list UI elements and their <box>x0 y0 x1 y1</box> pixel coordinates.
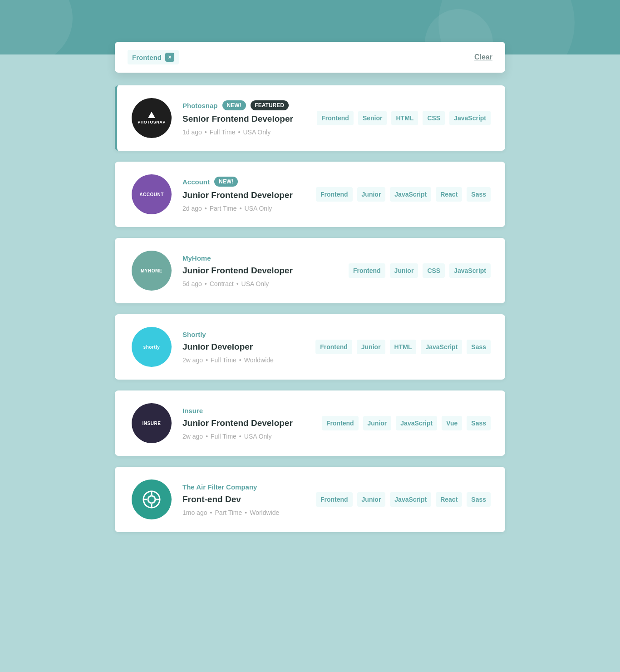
job-location: Worldwide <box>250 509 279 516</box>
job-title[interactable]: Junior Frontend Developer <box>182 266 338 276</box>
job-title[interactable]: Junior Developer <box>182 342 305 352</box>
job-tag[interactable]: HTML <box>390 340 417 354</box>
search-tags: Frontend × <box>128 50 179 64</box>
job-meta: 5d ago • Contract • USA Only <box>182 280 338 287</box>
company-name: Insure <box>182 407 203 415</box>
job-tag[interactable]: Frontend <box>349 263 385 278</box>
search-tag-frontend: Frontend × <box>128 50 179 64</box>
company-header: Account NEW! <box>182 177 305 187</box>
job-card: shortly Shortly Junior Developer 2w ago … <box>115 314 505 380</box>
job-time: 2w ago <box>182 433 203 440</box>
job-meta: 2w ago • Full Time • USA Only <box>182 433 311 440</box>
job-time: 1mo ago <box>182 509 207 516</box>
job-tag[interactable]: JavaScript <box>390 187 431 202</box>
company-header: Photosnap NEW!FEATURED <box>182 100 306 110</box>
job-time: 5d ago <box>182 280 202 287</box>
job-type: Full Time <box>211 356 236 364</box>
company-header: The Air Filter Company <box>182 483 305 491</box>
meta-dot-2: • <box>245 509 247 516</box>
company-name: Photosnap <box>182 102 218 109</box>
company-logo: INSURE <box>132 403 172 443</box>
job-time: 1d ago <box>182 128 202 136</box>
company-logo: shortly <box>132 327 172 367</box>
job-tag[interactable]: HTML <box>391 111 418 125</box>
job-tags: FrontendJuniorCSSJavaScript <box>349 263 491 278</box>
badge-new: NEW! <box>222 100 246 110</box>
job-tag[interactable]: Junior <box>363 416 392 430</box>
bg-decoration-1 <box>0 0 73 54</box>
meta-dot-1: • <box>205 205 207 212</box>
job-tag[interactable]: CSS <box>423 263 445 278</box>
job-meta: 1d ago • Full Time • USA Only <box>182 128 306 136</box>
clear-button[interactable]: Clear <box>474 53 492 61</box>
job-tag[interactable]: JavaScript <box>449 111 491 125</box>
job-tag[interactable]: Junior <box>357 340 385 354</box>
meta-dot-1: • <box>205 280 207 287</box>
search-bar: Frontend × Clear <box>115 42 505 73</box>
search-tag-label: Frontend <box>132 54 162 61</box>
job-card: ACCOUNT Account NEW! Junior Frontend Dev… <box>115 162 505 227</box>
search-bar-container: Frontend × Clear <box>115 42 505 73</box>
job-info: Shortly Junior Developer 2w ago • Full T… <box>182 331 305 364</box>
company-header: Insure <box>182 407 311 415</box>
company-logo: MYHOME <box>132 251 172 291</box>
job-tag[interactable]: Frontend <box>316 492 353 507</box>
badge-new: NEW! <box>214 177 238 187</box>
job-tag[interactable]: Sass <box>467 416 491 430</box>
job-tags: FrontendJuniorJavaScriptReactSass <box>316 187 491 202</box>
job-card: MYHOME MyHome Junior Frontend Developer … <box>115 238 505 303</box>
job-location: Worldwide <box>244 356 274 364</box>
job-location: USA Only <box>243 128 271 136</box>
job-tag[interactable]: JavaScript <box>449 263 491 278</box>
job-tag[interactable]: Vue <box>442 416 462 430</box>
job-title[interactable]: Junior Frontend Developer <box>182 418 311 428</box>
job-card: INSURE Insure Junior Frontend Developer … <box>115 390 505 456</box>
job-tags: FrontendJuniorJavaScriptReactSass <box>316 492 491 507</box>
meta-dot-2: • <box>240 205 242 212</box>
job-tag[interactable]: Frontend <box>322 416 359 430</box>
job-tag[interactable]: Frontend <box>316 187 353 202</box>
job-title[interactable]: Senior Frontend Developer <box>182 114 306 124</box>
job-title[interactable]: Junior Frontend Developer <box>182 190 305 200</box>
job-tag[interactable]: Frontend <box>315 340 352 354</box>
company-name: MyHome <box>182 254 211 262</box>
company-logo <box>132 479 172 519</box>
job-card: The Air Filter Company Front-end Dev 1mo… <box>115 467 505 532</box>
job-tag[interactable]: React <box>436 492 462 507</box>
job-tag[interactable]: Frontend <box>317 111 354 125</box>
meta-dot-1: • <box>206 356 208 364</box>
job-tag[interactable]: Junior <box>357 492 386 507</box>
job-info: Account NEW! Junior Frontend Developer 2… <box>182 177 305 212</box>
job-tag[interactable]: Sass <box>467 492 491 507</box>
job-title[interactable]: Front-end Dev <box>182 494 305 504</box>
company-name: The Air Filter Company <box>182 483 257 491</box>
job-type: Contract <box>210 280 234 287</box>
meta-dot-1: • <box>210 509 212 516</box>
job-info: MyHome Junior Frontend Developer 5d ago … <box>182 254 338 287</box>
job-tag[interactable]: Junior <box>390 263 418 278</box>
job-time: 2d ago <box>182 205 202 212</box>
job-tag[interactable]: Senior <box>358 111 387 125</box>
job-tags: FrontendJuniorJavaScriptVueSass <box>322 416 491 430</box>
company-name: Account <box>182 178 210 186</box>
company-logo: PHOTOSNAP <box>132 98 172 138</box>
company-logo: ACCOUNT <box>132 174 172 214</box>
company-header: Shortly <box>182 331 305 338</box>
job-tag[interactable]: Sass <box>467 340 491 354</box>
meta-dot-2: • <box>238 128 241 136</box>
job-info: The Air Filter Company Front-end Dev 1mo… <box>182 483 305 516</box>
job-card: PHOTOSNAP Photosnap NEW!FEATURED Senior … <box>115 85 505 151</box>
meta-dot-1: • <box>205 128 207 136</box>
company-header: MyHome <box>182 254 338 262</box>
job-tag[interactable]: JavaScript <box>421 340 462 354</box>
job-tag[interactable]: Junior <box>357 187 386 202</box>
job-tag[interactable]: Sass <box>467 187 491 202</box>
job-tags: FrontendSeniorHTMLCSSJavaScript <box>317 111 491 125</box>
job-tag[interactable]: JavaScript <box>396 416 437 430</box>
job-meta: 1mo ago • Part Time • Worldwide <box>182 509 305 516</box>
remove-tag-button[interactable]: × <box>165 53 174 62</box>
job-tag[interactable]: CSS <box>423 111 445 125</box>
job-tag[interactable]: React <box>436 187 462 202</box>
job-type: Full Time <box>211 433 236 440</box>
job-tag[interactable]: JavaScript <box>390 492 431 507</box>
